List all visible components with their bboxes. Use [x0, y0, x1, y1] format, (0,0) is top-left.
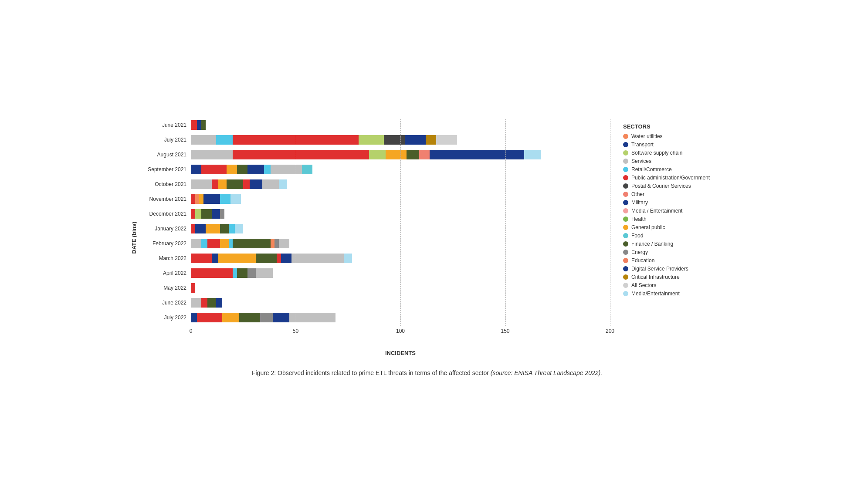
figure-caption: Figure 2: Observed incidents related to … — [131, 369, 723, 376]
legend-label: Critical Infrastructure — [631, 274, 680, 280]
legend-dot — [623, 142, 628, 147]
bar-segment — [260, 313, 273, 322]
legend-item: Media/Entertainment — [623, 291, 723, 297]
caption-source: (source: ENISA Threat Landscape 2022). — [491, 369, 602, 376]
bar-segment — [218, 254, 256, 263]
bar-segment — [212, 179, 218, 189]
bar-segment — [201, 120, 206, 130]
row-label: July 2021 — [141, 137, 191, 143]
legend-item: All Sectors — [623, 282, 723, 288]
legend-item: Digital Service Providers — [623, 266, 723, 272]
legend-item: Transport — [623, 142, 723, 148]
bar-segment — [239, 313, 260, 322]
legend-label: Energy — [631, 249, 648, 255]
bar-row: April 2022 — [141, 267, 610, 279]
bar-segment — [384, 135, 405, 145]
legend-item: Finance / Banking — [623, 241, 723, 247]
row-label: June 2022 — [141, 300, 191, 306]
legend-item: Energy — [623, 249, 723, 255]
chart-container: DATE (bins) June 2021July 2021August 202… — [122, 101, 732, 403]
bar-segment — [216, 298, 222, 308]
bar-segment — [229, 224, 235, 233]
bar-row: December 2021 — [141, 208, 610, 220]
legend-dot — [623, 150, 628, 156]
bar-segment — [407, 150, 419, 159]
legend-label: Digital Service Providers — [631, 266, 688, 272]
bar-segment — [195, 224, 206, 233]
bar-segment — [524, 150, 541, 159]
bar-track — [191, 298, 610, 308]
row-label: August 2021 — [141, 152, 191, 158]
bar-segment — [256, 268, 272, 278]
bar-segment — [359, 135, 384, 145]
bar-segment — [247, 165, 264, 174]
bar-segment — [191, 224, 195, 233]
legend-dot — [623, 208, 628, 213]
caption-text: Figure 2: Observed incidents related to … — [252, 369, 489, 376]
legend-dot — [623, 134, 628, 139]
bar-segment — [273, 313, 289, 322]
bar-track — [191, 268, 610, 278]
bar-segment — [197, 313, 222, 322]
bar-segment — [218, 179, 227, 189]
legend-dot — [623, 225, 628, 230]
bar-segment — [419, 150, 430, 159]
bar-segment — [243, 179, 249, 189]
bar-row: September 2021 — [141, 163, 610, 176]
bar-row: July 2021 — [141, 134, 610, 146]
bar-segment — [201, 298, 207, 308]
bar-segment — [279, 239, 289, 248]
bar-segment — [237, 165, 247, 174]
bar-segment — [191, 165, 201, 174]
bars-and-axes: June 2021July 2021August 2021September 2… — [141, 119, 610, 326]
x-tick-label: 100 — [396, 328, 405, 334]
bar-segment — [256, 254, 277, 263]
legend-items: Water utilitiesTransportSoftware supply … — [623, 133, 723, 297]
x-tick-label: 50 — [293, 328, 298, 334]
bar-track — [191, 313, 610, 322]
bar-segment — [262, 179, 279, 189]
bar-segment — [191, 313, 197, 322]
bar-segment — [197, 120, 201, 130]
row-label: April 2022 — [141, 270, 191, 276]
bar-segment — [201, 209, 212, 219]
x-tick-label: 0 — [190, 328, 193, 334]
legend-dot — [623, 183, 628, 189]
legend-label: Postal & Courier Services — [631, 183, 691, 189]
legend-item: General public — [623, 224, 723, 230]
legend-label: Media/Entertainment — [631, 291, 680, 297]
legend-label: Food — [631, 233, 643, 239]
bar-segment — [191, 179, 212, 189]
bar-segment — [289, 313, 336, 322]
legend-item: Other — [623, 191, 723, 197]
bar-segment — [212, 254, 218, 263]
bar-segment — [302, 165, 312, 174]
bar-segment — [191, 209, 195, 219]
bar-segment — [233, 135, 359, 145]
bar-segment — [191, 135, 216, 145]
legend-dot — [623, 291, 628, 296]
bar-segment — [212, 209, 220, 219]
bar-segment — [271, 239, 275, 248]
legend-label: Public administration/Government — [631, 175, 710, 181]
legend-dot — [623, 266, 628, 271]
legend-dot — [623, 233, 628, 238]
bar-segment — [369, 150, 386, 159]
bar-segment — [436, 135, 457, 145]
bar-row: July 2022 — [141, 311, 610, 324]
legend-label: Transport — [631, 142, 654, 148]
bar-segment — [430, 150, 524, 159]
legend-label: Military — [631, 200, 648, 206]
bar-track — [191, 194, 610, 204]
bar-segment — [274, 239, 279, 248]
bar-row: February 2022 — [141, 237, 610, 250]
bar-segment — [227, 165, 237, 174]
legend-label: Services — [631, 158, 651, 164]
bar-row: May 2022 — [141, 282, 610, 294]
grid-line — [610, 119, 610, 326]
bar-segment — [191, 298, 201, 308]
bar-segment — [344, 254, 352, 263]
legend-item: Retail/Commerce — [623, 166, 723, 173]
x-axis-title: INCIDENTS — [191, 350, 610, 356]
legend-dot — [623, 192, 628, 197]
